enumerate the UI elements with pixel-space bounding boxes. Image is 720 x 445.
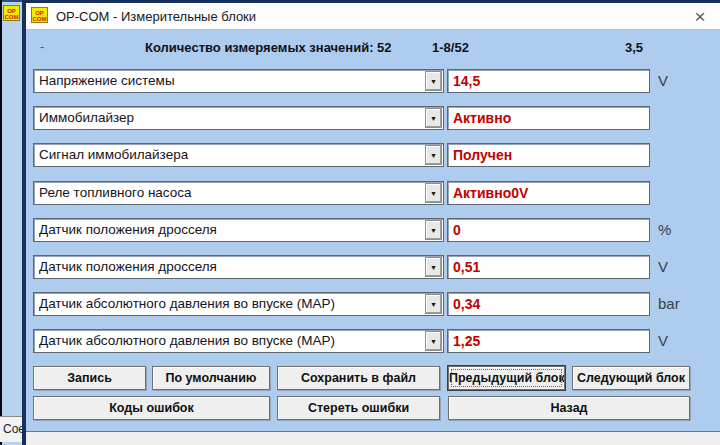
error-codes-button[interactable]: Коды ошибок bbox=[33, 396, 270, 420]
chevron-down-icon[interactable]: ▼ bbox=[425, 145, 442, 165]
parameter-select[interactable]: Датчик положения дросселя ▼ bbox=[33, 218, 444, 242]
parameter-select[interactable]: Датчик абсолютного давления во впуске (M… bbox=[33, 329, 444, 353]
corner-dash: - bbox=[40, 39, 44, 54]
unit-label: V bbox=[658, 329, 710, 353]
value-text: Активно0V bbox=[453, 182, 528, 204]
value-field: 0,34 bbox=[447, 292, 650, 316]
chevron-down-icon[interactable]: ▼ bbox=[425, 71, 442, 91]
range-label: 1-8/52 bbox=[432, 40, 469, 55]
value-text: Получен bbox=[453, 144, 512, 166]
parameter-label: Датчик абсолютного давления во впуске (M… bbox=[39, 293, 423, 315]
chevron-down-icon[interactable]: ▼ bbox=[425, 183, 442, 203]
parameter-label: Датчик положения дросселя bbox=[39, 256, 423, 278]
parameter-label: Датчик абсолютного давления во впуске (M… bbox=[39, 330, 423, 352]
value-field: Активно bbox=[447, 106, 650, 130]
parameter-select[interactable]: Иммобилайзер ▼ bbox=[33, 106, 444, 130]
value-field: Получен bbox=[447, 143, 650, 167]
opcom-icon-line2: COM bbox=[4, 14, 19, 20]
measure-row: Датчик положения дросселя ▼ 0 % bbox=[26, 218, 720, 242]
parameter-label: Иммобилайзер bbox=[39, 107, 423, 129]
value-field: 1,25 bbox=[447, 329, 650, 353]
opcom-app-icon: OP COM bbox=[3, 5, 20, 21]
measure-row: Сигнал иммобилайзера ▼ Получен bbox=[26, 143, 720, 167]
parameter-label: Сигнал иммобилайзера bbox=[39, 144, 423, 166]
parameter-select[interactable]: Сигнал иммобилайзера ▼ bbox=[33, 143, 444, 167]
measure-row: Реле топливного насоса ▼ Активно0V bbox=[26, 181, 720, 205]
value-field: 0 bbox=[447, 218, 650, 242]
clear-errors-button[interactable]: Стереть ошибки bbox=[277, 396, 440, 420]
chevron-down-icon[interactable]: ▼ bbox=[425, 294, 442, 314]
save-to-file-button[interactable]: Сохранить в файл bbox=[277, 366, 440, 390]
measure-row: Датчик абсолютного давления во впуске (M… bbox=[26, 329, 720, 353]
value-text: 0 bbox=[453, 219, 461, 241]
record-button[interactable]: Запись bbox=[33, 366, 146, 390]
chevron-down-icon[interactable]: ▼ bbox=[425, 108, 442, 128]
unit-label: % bbox=[658, 218, 710, 242]
opcom-icon-line2: COM bbox=[32, 16, 47, 22]
client-area: - Количество измеряемых значений: 52 1-8… bbox=[26, 31, 720, 431]
titlebar[interactable]: OP COM OP-COM - Измерительные блоки × bbox=[26, 3, 720, 30]
chevron-down-icon[interactable]: ▼ bbox=[425, 257, 442, 277]
measured-values-count-label: Количество измеряемых значений: 52 bbox=[145, 40, 392, 55]
measure-row: Датчик положения дросселя ▼ 0,51 V bbox=[26, 255, 720, 279]
parameter-label: Датчик положения дросселя bbox=[39, 219, 423, 241]
parameter-select[interactable]: Датчик положения дросселя ▼ bbox=[33, 255, 444, 279]
value-text: 0,51 bbox=[453, 256, 480, 278]
unit-label: bar bbox=[658, 292, 710, 316]
opcom-app-icon: OP COM bbox=[31, 7, 48, 23]
window-title: OP-COM - Измерительные блоки bbox=[56, 9, 256, 24]
previous-block-button[interactable]: Предыдущий блок bbox=[448, 366, 565, 390]
value-text: 0,34 bbox=[453, 293, 480, 315]
default-button[interactable]: По умолчанию bbox=[152, 366, 270, 390]
value-text: Активно bbox=[453, 107, 511, 129]
chevron-down-icon[interactable]: ▼ bbox=[425, 331, 442, 351]
next-block-button[interactable]: Следующий блок bbox=[572, 366, 690, 390]
back-button[interactable]: Назад bbox=[448, 396, 690, 420]
close-icon[interactable]: × bbox=[688, 5, 712, 28]
value-field: Активно0V bbox=[447, 181, 650, 205]
value-text: 1,25 bbox=[453, 330, 480, 352]
opcom-measuring-blocks-window: OP COM OP-COM - Измерительные блоки × - … bbox=[26, 0, 720, 445]
parameter-label: Напряжение системы bbox=[39, 70, 423, 92]
parameter-select[interactable]: Датчик абсолютного давления во впуске (M… bbox=[33, 292, 444, 316]
window-bottom-frame bbox=[26, 431, 720, 445]
measure-row: Датчик абсолютного давления во впуске (M… bbox=[26, 292, 720, 316]
value-text: 14,5 bbox=[453, 70, 480, 92]
value-field: 14,5 bbox=[447, 69, 650, 93]
parameter-select[interactable]: Реле топливного насоса ▼ bbox=[33, 181, 444, 205]
unit-label: V bbox=[658, 69, 710, 93]
extra-value-label: 3,5 bbox=[625, 40, 643, 55]
parameter-label: Реле топливного насоса bbox=[39, 182, 423, 204]
measure-row: Иммобилайзер ▼ Активно bbox=[26, 106, 720, 130]
background-window: OP COM bbox=[2, 0, 22, 445]
unit-label: V bbox=[658, 255, 710, 279]
value-field: 0,51 bbox=[447, 255, 650, 279]
parameter-select[interactable]: Напряжение системы ▼ bbox=[33, 69, 444, 93]
measure-row: Напряжение системы ▼ 14,5 V bbox=[26, 69, 720, 93]
chevron-down-icon[interactable]: ▼ bbox=[425, 220, 442, 240]
background-window-status: Сое bbox=[0, 416, 22, 442]
